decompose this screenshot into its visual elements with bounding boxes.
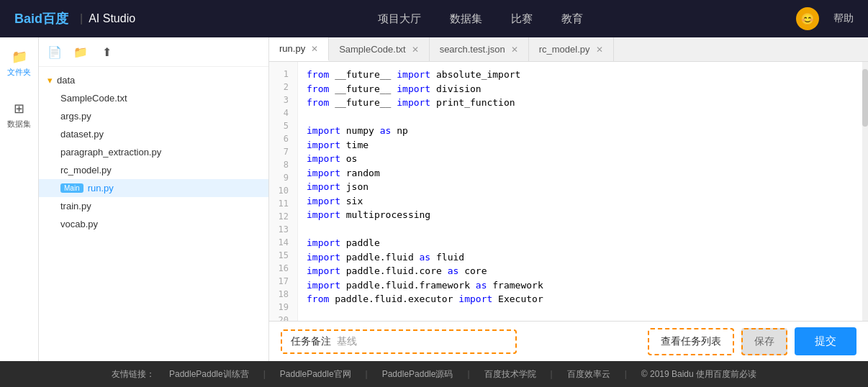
sidebar-item-datasets[interactable]: ⊞ 数据集	[3, 96, 35, 134]
nav-links: 项目大厅 数据集 比赛 教育	[164, 12, 796, 26]
view-tasks-button[interactable]: 查看任务列表	[648, 328, 734, 355]
sidebar-label-files: 文件夹	[7, 67, 31, 78]
file-name: paragraph_extraction.py	[60, 147, 161, 158]
code-editor[interactable]: 1 2 3 4 5 6 7 8 9 10 11 12 13 14 15 16 1	[269, 62, 868, 321]
upload-icon[interactable]: ⬆	[98, 43, 115, 60]
nav-item-projects[interactable]: 项目大厅	[378, 12, 421, 26]
task-label: 任务备注	[291, 335, 331, 348]
tab-label: rc_model.py	[539, 44, 590, 55]
footer-link-website[interactable]: PaddlePaddle官网	[280, 368, 351, 381]
new-folder-icon[interactable]: 📁	[72, 43, 89, 60]
file-panel: 📄 📁 ⬆ ▾ data SampleCode.txt args.py data…	[39, 37, 269, 361]
sidebar-icons: 📁 文件夹 ⊞ 数据集	[0, 37, 39, 361]
list-item[interactable]: rc_model.py	[39, 161, 268, 179]
code-lines: from __future__ import absolute_import f…	[298, 62, 868, 321]
logo-divider: |	[80, 12, 83, 25]
folder-data[interactable]: ▾ data	[39, 71, 268, 89]
tab-samplecode[interactable]: SampleCode.txt ✕	[329, 37, 430, 61]
footer-divider: |	[625, 369, 627, 379]
tab-label: search.test.json	[440, 44, 505, 55]
scrollbar-track[interactable]	[862, 62, 868, 321]
list-item[interactable]: vocab.py	[39, 215, 268, 233]
help-link[interactable]: 帮助	[833, 12, 854, 25]
nav-item-education[interactable]: 教育	[561, 12, 583, 26]
main-area: 📁 文件夹 ⊞ 数据集 📄 📁 ⬆ ▾ data SampleCode.txt …	[0, 37, 868, 361]
footer-divider: |	[366, 369, 368, 379]
file-icon: 📁	[12, 49, 27, 65]
editor-area: run.py ✕ SampleCode.txt ✕ search.test.js…	[269, 37, 868, 361]
list-item[interactable]: SampleCode.txt	[39, 89, 268, 107]
footer: 友情链接： PaddlePaddle训练营 | PaddlePaddle官网 |…	[0, 361, 868, 387]
bottom-right-actions: 查看任务列表 保存 提交	[648, 327, 856, 355]
navbar: Baid百度 | AI Studio 项目大厅 数据集 比赛 教育 😊 帮助	[0, 0, 868, 37]
sidebar-item-files[interactable]: 📁 文件夹	[3, 45, 35, 82]
task-input-field[interactable]	[363, 336, 507, 347]
footer-link-source[interactable]: PaddlePaddle源码	[382, 368, 453, 381]
list-item[interactable]: paragraph_extraction.py	[39, 143, 268, 161]
save-button[interactable]: 保存	[741, 328, 787, 355]
grid-icon: ⊞	[14, 101, 24, 117]
bottom-panel: 任务备注 基线 查看任务列表 保存 提交	[269, 321, 868, 361]
list-item[interactable]: train.py	[39, 197, 268, 215]
folder-arrow-icon: ▾	[48, 75, 53, 86]
tab-search-json[interactable]: search.test.json ✕	[430, 37, 529, 61]
footer-link-academy[interactable]: 百度技术学院	[484, 368, 536, 381]
footer-link-training[interactable]: PaddlePaddle训练营	[169, 368, 249, 381]
main-badge: Main	[60, 183, 83, 193]
logo-brand: Baid百度	[14, 10, 68, 27]
tab-close-icon[interactable]: ✕	[596, 45, 603, 54]
tab-label: SampleCode.txt	[339, 44, 406, 55]
file-name: train.py	[60, 201, 91, 211]
task-input-group: 任务备注 基线	[281, 329, 517, 354]
footer-link-cloud[interactable]: 百度效率云	[567, 368, 610, 381]
tab-label: run.py	[279, 43, 305, 54]
footer-divider: |	[551, 369, 553, 379]
list-item-active[interactable]: Main run.py	[39, 179, 268, 197]
file-list: ▾ data SampleCode.txt args.py dataset.py…	[39, 67, 268, 361]
footer-divider: |	[467, 369, 469, 379]
tab-close-icon[interactable]: ✕	[311, 45, 318, 53]
submit-button[interactable]: 提交	[795, 327, 856, 355]
file-name: vocab.py	[60, 219, 98, 229]
footer-divider: |	[263, 369, 266, 379]
folder-name: data	[57, 75, 75, 86]
new-file-icon[interactable]: 📄	[46, 43, 63, 60]
list-item[interactable]: dataset.py	[39, 125, 268, 143]
footer-prefix: 友情链接：	[112, 368, 155, 381]
file-name: SampleCode.txt	[60, 93, 127, 104]
code-content: 1 2 3 4 5 6 7 8 9 10 11 12 13 14 15 16 1	[269, 62, 868, 321]
file-name: rc_model.py	[60, 165, 112, 176]
avatar[interactable]: 😊	[796, 7, 819, 30]
logo-product: AI Studio	[89, 12, 135, 25]
sidebar-label-datasets: 数据集	[7, 119, 31, 129]
baseline-label: 基线	[337, 335, 357, 348]
file-name: args.py	[60, 111, 91, 122]
file-name: dataset.py	[60, 129, 104, 140]
navbar-right: 😊 帮助	[796, 7, 854, 30]
editor-tabs: run.py ✕ SampleCode.txt ✕ search.test.js…	[269, 37, 868, 62]
tab-close-icon[interactable]: ✕	[511, 45, 518, 54]
nav-item-competition[interactable]: 比赛	[511, 12, 533, 26]
tab-rc-model[interactable]: rc_model.py ✕	[529, 37, 614, 61]
logo: Baid百度 | AI Studio	[14, 10, 135, 27]
tab-run-py[interactable]: run.py ✕	[269, 37, 329, 61]
scrollbar-thumb[interactable]	[862, 69, 868, 127]
line-numbers: 1 2 3 4 5 6 7 8 9 10 11 12 13 14 15 16 1	[269, 62, 298, 321]
footer-copyright: © 2019 Baidu 使用百度前必读	[641, 368, 756, 381]
tab-close-icon[interactable]: ✕	[412, 45, 419, 54]
file-name-active: run.py	[88, 183, 114, 194]
file-toolbar: 📄 📁 ⬆	[39, 37, 268, 67]
list-item[interactable]: args.py	[39, 107, 268, 125]
nav-item-datasets[interactable]: 数据集	[450, 12, 482, 26]
